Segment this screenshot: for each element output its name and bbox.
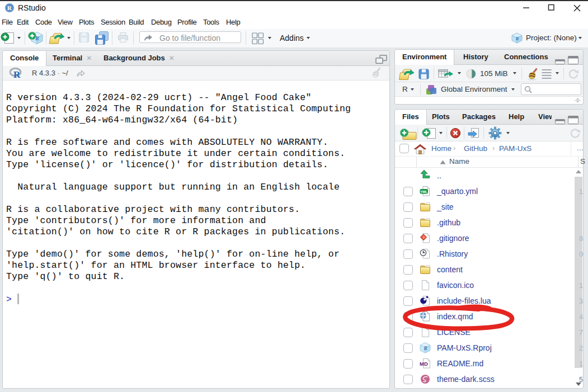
svg-text:YML: YML [420, 190, 427, 193]
svg-text:R: R [423, 345, 427, 351]
svg-text:R: R [515, 36, 519, 41]
svg-text:MD: MD [420, 361, 428, 367]
svg-text:R: R [7, 4, 12, 11]
svg-text:R: R [13, 69, 21, 79]
